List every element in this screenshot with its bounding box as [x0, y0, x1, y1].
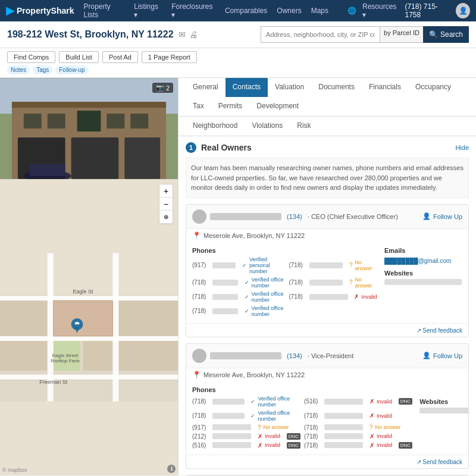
user-avatar[interactable]: 👤	[456, 3, 470, 18]
phone-blurred	[324, 442, 363, 448]
logo-text: PropertyShark	[17, 6, 74, 15]
search-icon: 🔍	[429, 30, 438, 39]
email-icon[interactable]: ✉	[178, 30, 186, 39]
zoom-out-button[interactable]: −	[159, 198, 173, 211]
tab-neighborhood[interactable]: Neighborhood	[186, 117, 245, 136]
print-icon[interactable]: 🖨	[189, 30, 198, 39]
svg-text:Eagle Street: Eagle Street	[52, 353, 79, 358]
section-title: Real Owners	[201, 143, 252, 152]
phones-label: Phones	[192, 247, 377, 254]
search-input[interactable]	[261, 26, 380, 43]
phone-blurred	[324, 399, 363, 405]
phone-row: (718) ✗Invalid	[289, 291, 377, 303]
notes-tag[interactable]: Notes	[7, 65, 30, 74]
tab-risk[interactable]: Risk	[290, 117, 318, 136]
website-blurred	[384, 279, 462, 285]
phone-row: (718) ✗Invalid	[304, 433, 412, 440]
section-number: 1	[186, 142, 196, 153]
send-feedback-ceo[interactable]: ↗ Send feedback	[416, 327, 463, 334]
dnc-badge: DNC	[399, 398, 412, 405]
map-area[interactable]: Eagle St Freeman St Eagle Street Rooftop…	[0, 179, 178, 475]
tab-financials[interactable]: Financials	[362, 78, 408, 97]
phone-blurred	[212, 280, 238, 286]
phone-row: (718) ✓Verified office number	[192, 277, 285, 289]
tab-general[interactable]: General	[186, 78, 226, 97]
feedback-label: Send feedback	[422, 327, 462, 334]
image-counter[interactable]: 📷 2	[152, 83, 173, 93]
property-image: 📷 2	[0, 78, 178, 179]
camera-icon: 📷	[156, 84, 164, 92]
phone-row: (212) ✗Invalid DNC	[192, 433, 300, 440]
follow-up-label-vp: Follow Up	[433, 352, 462, 359]
map-reset-button[interactable]: ⊕	[159, 211, 173, 224]
owner-card-vp: (134) · Vice-President 👤 Follow Up 📍 Mes…	[186, 343, 469, 469]
nav-phone: (718) 715-1758	[405, 2, 450, 19]
email-value[interactable]: ████████@gmail.com	[384, 258, 451, 264]
map-info-button[interactable]: ℹ	[167, 465, 176, 473]
invalid-icon: ✗	[369, 398, 374, 405]
pin-icon-vp: 📍	[192, 371, 201, 379]
find-comps-button[interactable]: Find Comps	[7, 51, 55, 63]
tab-documents[interactable]: Documents	[311, 78, 362, 97]
nav-maps[interactable]: Maps	[311, 7, 328, 15]
tab-violations[interactable]: Violations	[245, 117, 290, 136]
verified-icon: ✓	[242, 262, 247, 268]
svg-rect-5	[48, 114, 65, 129]
post-ad-button[interactable]: Post Ad	[102, 51, 138, 63]
owner-address-ceo: 📍 Meserole Ave, Brooklyn, NY 11222	[186, 229, 468, 242]
mapbox-credit: © mapbox	[2, 467, 27, 473]
phone-row: (718) ?No answer	[304, 424, 412, 431]
verified-icon: ✓	[245, 294, 249, 300]
owner-address-vp: 📍 Meserole Ave, Brooklyn, NY 11222	[186, 368, 468, 381]
svg-rect-26	[0, 296, 178, 300]
tab-valuation[interactable]: Valuation	[268, 78, 311, 97]
followup-tag[interactable]: Follow-up	[55, 65, 88, 74]
phone-row: (718) ✓Verified office number	[192, 396, 300, 408]
nav-foreclosures[interactable]: Foreclosures	[171, 2, 215, 19]
phone-row: (718) ✓Verified office number	[192, 291, 285, 303]
tags-tag[interactable]: Tags	[33, 65, 52, 74]
follow-up-label-ceo: Follow Up	[433, 213, 462, 220]
svg-rect-6	[77, 111, 101, 131]
follow-up-button-vp[interactable]: 👤 Follow Up	[422, 352, 462, 359]
building-svg	[0, 78, 178, 179]
svg-rect-13	[30, 164, 65, 176]
zoom-in-button[interactable]: +	[159, 184, 173, 198]
nav-resources[interactable]: Resources	[362, 2, 399, 19]
tab-tax[interactable]: Tax	[186, 97, 211, 116]
owner-name-ceo	[210, 213, 281, 220]
feedback-label-vp: Send feedback	[422, 459, 462, 465]
nav-property-lists[interactable]: Property Lists	[83, 2, 124, 19]
hide-button[interactable]: Hide	[455, 144, 469, 151]
tab-permits[interactable]: Permits	[211, 97, 250, 116]
nav-listings[interactable]: Listings	[134, 2, 162, 19]
owner-header-anna: Anna Smagacz (134) · Partner/Partnership…	[186, 475, 468, 476]
dnc-badge: DNC	[287, 442, 300, 449]
search-button[interactable]: 🔍 Search	[423, 26, 469, 43]
invalid-icon: ✗	[369, 442, 374, 449]
svg-text:Eagle St: Eagle St	[73, 289, 93, 295]
tab-contacts[interactable]: Contacts	[226, 78, 268, 97]
invalid-icon: ✗	[369, 412, 374, 419]
follow-up-button-ceo[interactable]: 👤 Follow Up	[422, 212, 462, 220]
counter-value: 2	[166, 84, 170, 92]
phone-row: (718) ?No answer	[289, 256, 377, 274]
phone-blurred	[212, 413, 245, 419]
map-svg: Eagle St Freeman St Eagle Street Rooftop…	[0, 179, 178, 475]
verified-icon: ✓	[250, 413, 255, 419]
nav-owners[interactable]: Owners	[277, 7, 301, 15]
owner-id-ceo: (134)	[285, 213, 304, 220]
one-page-report-button[interactable]: 1 Page Report	[142, 51, 197, 63]
phone-blurred	[324, 424, 363, 430]
svg-rect-7	[107, 114, 124, 129]
nav-comparables[interactable]: Comparables	[225, 7, 267, 15]
tab-occupancy[interactable]: Occupancy	[408, 78, 458, 97]
tab-development[interactable]: Development	[249, 97, 306, 116]
property-address: 198-212 West St, Brooklyn, NY 11222	[7, 29, 174, 40]
build-list-button[interactable]: Build List	[59, 51, 99, 63]
action-bar: Find Comps Build List Post Ad 1 Page Rep…	[0, 48, 476, 78]
no-answer-icon: ?	[369, 424, 373, 431]
owner-header-vp: (134) · Vice-President 👤 Follow Up	[186, 344, 468, 368]
logo[interactable]: ▶ PropertyShark	[6, 4, 74, 17]
send-feedback-vp[interactable]: ↗ Send feedback	[416, 459, 463, 465]
